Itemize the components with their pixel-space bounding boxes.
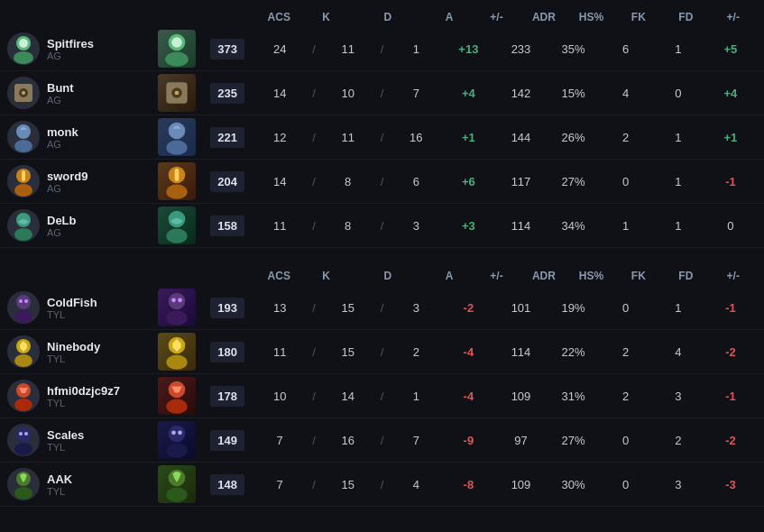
team1-rows: Spitfires AG 373 24 / 11 / 1 +13 233 35%… (0, 27, 764, 248)
fkd-cell: -1 (704, 301, 757, 315)
champion-box (158, 74, 196, 112)
player-team: TYL (47, 353, 100, 364)
deaths-cell: 15 (322, 478, 374, 491)
avatar (7, 424, 40, 456)
acs-cell: 178 (201, 390, 253, 403)
champion-icon (152, 30, 201, 68)
svg-point-44 (19, 432, 23, 436)
champion-icon (152, 74, 201, 112)
svg-point-47 (166, 444, 187, 458)
player-row[interactable]: sword9 AG 204 14 / 8 / 6 +6 117 27% 0 1 … (0, 160, 764, 204)
svg-point-39 (14, 399, 32, 411)
player-name: Spitfires (47, 37, 94, 50)
champion-box (158, 421, 196, 459)
player-team: AG (47, 95, 74, 105)
acs-cell: 180 (201, 345, 253, 359)
assists-cell: 16 (390, 131, 442, 144)
svg-point-26 (16, 295, 31, 309)
deaths-cell: 16 (322, 434, 374, 447)
avatar (7, 121, 40, 153)
fd-cell: 0 (652, 87, 704, 100)
player-row[interactable]: Bunt AG 235 14 / 10 / 7 +4 142 15% 4 0 +… (0, 71, 764, 115)
player-name: AAK (47, 472, 72, 486)
svg-point-13 (14, 140, 32, 152)
hs-cell: 27% (548, 175, 600, 188)
fk-cell: 0 (600, 434, 652, 447)
player-team: TYL (47, 442, 84, 453)
kills-cell: 13 (253, 301, 306, 315)
acs-value: 149 (210, 430, 244, 451)
fd-cell: 1 (652, 175, 704, 188)
svg-point-2 (19, 39, 28, 48)
assists-cell: 7 (390, 434, 442, 447)
plusminus-cell: -2 (442, 301, 494, 315)
plusminus-cell: -8 (442, 478, 494, 491)
svg-point-25 (166, 229, 187, 243)
champion-icon (152, 465, 201, 503)
player-row[interactable]: hfmi0dzjc9z7 TYL 178 10 / 14 / 1 -4 109 … (0, 374, 764, 418)
svg-point-29 (24, 299, 28, 303)
svg-point-32 (171, 298, 176, 303)
avatar (7, 468, 40, 500)
champion-box (158, 465, 196, 503)
deaths-cell: 11 (322, 42, 374, 56)
kills-cell: 7 (253, 478, 306, 491)
plusminus-cell: +4 (442, 87, 494, 100)
adr-cell: 97 (494, 434, 547, 447)
fk-cell: 0 (600, 175, 652, 188)
player-row[interactable]: Ninebody TYL 180 11 / 15 / 2 -4 114 22% … (0, 330, 764, 374)
deaths-cell: 15 (322, 301, 374, 315)
svg-point-33 (178, 298, 182, 303)
svg-point-49 (178, 431, 182, 436)
player-team: TYL (47, 486, 72, 497)
svg-point-4 (165, 52, 189, 67)
acs-value: 148 (210, 474, 244, 495)
player-name: sword9 (47, 170, 88, 183)
player-row[interactable]: DeLb AG 158 11 / 8 / 3 +3 114 34% 1 1 0 (0, 204, 764, 248)
fk-cell: 2 (600, 345, 652, 359)
header-fd: FD (662, 11, 709, 23)
avatar (7, 165, 40, 197)
hs-cell: 35% (548, 42, 600, 56)
svg-point-53 (166, 488, 187, 502)
champion-icon (152, 421, 201, 459)
assists-cell: 2 (390, 345, 442, 359)
fd-cell: 1 (652, 42, 704, 56)
assists-cell: 1 (390, 42, 442, 56)
team2-rows: ColdFish TYL 193 13 / 15 / 3 -2 101 19% … (0, 286, 764, 507)
deaths-cell: 11 (322, 131, 374, 144)
kills-cell: 14 (253, 175, 306, 188)
player-row[interactable]: monk AG 221 12 / 11 / 16 +1 144 26% 2 1 … (0, 115, 764, 160)
fk-cell: 1 (600, 219, 652, 233)
player-team: TYL (47, 309, 97, 320)
hs-cell: 22% (548, 345, 600, 359)
svg-point-28 (19, 299, 23, 303)
player-row[interactable]: Spitfires AG 373 24 / 11 / 1 +13 233 35%… (0, 27, 764, 71)
adr-cell: 117 (494, 175, 547, 188)
adr-cell: 101 (494, 301, 547, 315)
champion-box (158, 206, 196, 244)
hs-cell: 15% (548, 87, 600, 100)
kills-cell: 10 (253, 390, 306, 403)
kills-cell: 14 (253, 87, 306, 100)
hs-cell: 26% (548, 131, 600, 144)
player-info: AAK TYL (7, 468, 152, 500)
header-adr: ADR (520, 11, 567, 23)
champion-box (158, 289, 196, 326)
fk-cell: 2 (600, 131, 652, 144)
fk-cell: 6 (600, 42, 652, 56)
svg-point-35 (14, 354, 32, 367)
champion-icon (152, 289, 201, 326)
assists-cell: 4 (390, 478, 442, 491)
acs-cell: 158 (201, 219, 253, 233)
svg-point-1 (14, 51, 33, 64)
player-row[interactable]: AAK TYL 148 7 / 15 / 4 -8 109 30% 0 3 -3 (0, 463, 764, 507)
player-row[interactable]: Scales TYL 149 7 / 16 / 7 -9 97 27% 0 2 … (0, 418, 764, 463)
avatar (7, 32, 40, 65)
svg-point-20 (166, 185, 187, 199)
adr-cell: 109 (494, 478, 547, 491)
plusminus-cell: +13 (442, 42, 494, 56)
plusminus-cell: +1 (442, 131, 494, 144)
fkd-cell: -1 (704, 390, 757, 403)
player-row[interactable]: ColdFish TYL 193 13 / 15 / 3 -2 101 19% … (0, 286, 764, 330)
